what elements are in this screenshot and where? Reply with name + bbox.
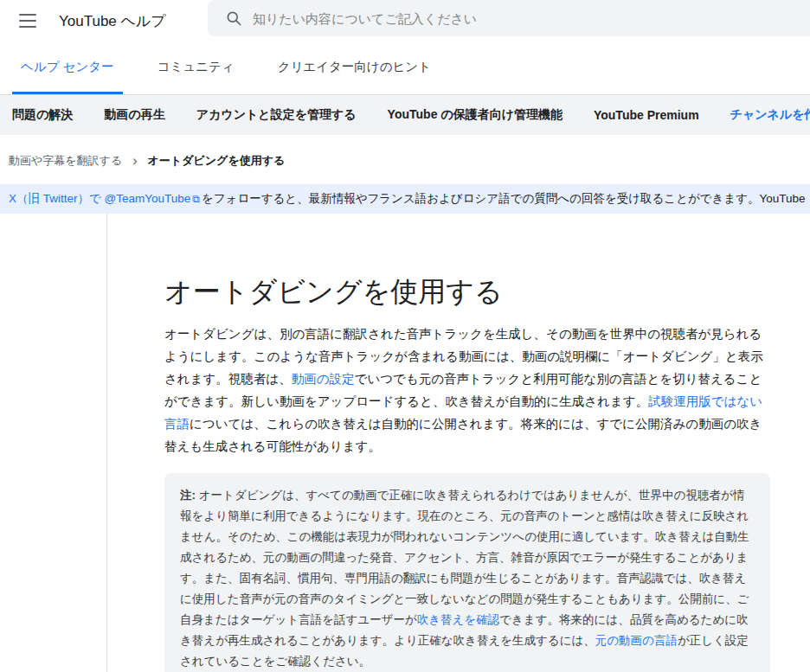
search-icon bbox=[225, 10, 242, 27]
chevron-right-icon: › bbox=[132, 154, 137, 168]
menu-icon[interactable] bbox=[19, 14, 36, 28]
page-title: オートダビングを使用する bbox=[164, 274, 770, 309]
main-content: オートダビングを使用する オートダビングは、別の言語に翻訳された音声トラックを生… bbox=[106, 214, 810, 672]
note-box: 注: オートダビングは、すべての動画で正確に吹き替えられるわけではありませんが、… bbox=[164, 473, 770, 672]
breadcrumb-current: オートダビングを使用する bbox=[148, 153, 286, 169]
inline-link[interactable]: X（旧 Twitter）で @TeamYouTube bbox=[9, 191, 190, 207]
inline-link[interactable]: 元の動画の言語 bbox=[595, 634, 678, 647]
text-segment: については、これらの吹き替えは自動的に公開されます。将来的には、すでに公開済みの… bbox=[164, 417, 762, 453]
nav-item-troubleshoot[interactable]: 問題の解決 bbox=[12, 107, 73, 123]
text-segment: をフォローすると、最新情報やフランス語およびロシア語での質問への回答を受け取るこ… bbox=[202, 191, 806, 207]
youtube-help-page: { "colors": { "accent": "#1a73e8", "bann… bbox=[0, 0, 810, 672]
primary-tabs: ヘルプ センター コミュニティ クリエイター向けのヒント bbox=[0, 42, 810, 95]
inline-link[interactable]: 動画の設定 bbox=[292, 372, 355, 386]
nav-item-create-channel[interactable]: チャンネルを作成する bbox=[730, 107, 810, 123]
text-segment: 注: bbox=[180, 489, 196, 502]
tab-creator-tips[interactable]: クリエイター向けのヒント bbox=[269, 42, 440, 94]
nav-item-account-settings[interactable]: アカウントと設定を管理する bbox=[196, 107, 357, 123]
help-article: オートダビングを使用する オートダビングは、別の言語に翻訳された音声トラックを生… bbox=[164, 274, 770, 672]
inline-link[interactable]: 吹き替えを確認 bbox=[417, 613, 499, 626]
nav-item-playback[interactable]: 動画の再生 bbox=[104, 107, 164, 123]
breadcrumb: 動画や字幕を翻訳する › オートダビングを使用する bbox=[0, 135, 810, 184]
app-title[interactable]: YouTube ヘルプ bbox=[59, 11, 166, 31]
search-bar[interactable] bbox=[208, 0, 810, 36]
tab-help-center[interactable]: ヘルプ センター bbox=[12, 42, 123, 94]
search-input[interactable] bbox=[253, 11, 798, 26]
text-segment: オートダビングは、すべての動画で正確に吹き替えられるわけではありませんが、世界中… bbox=[180, 489, 749, 626]
tab-community[interactable]: コミュニティ bbox=[149, 42, 243, 94]
category-nav: 問題の解決 動画の再生 アカウントと設定を管理する YouTube の保護者向け… bbox=[0, 95, 810, 135]
notice-banner: X（旧 Twitter）で @TeamYouTube⧉ をフォローすると、最新情… bbox=[0, 184, 810, 214]
breadcrumb-parent-link[interactable]: 動画や字幕を翻訳する bbox=[9, 153, 122, 169]
nav-item-premium[interactable]: YouTube Premium bbox=[594, 108, 699, 122]
external-link-icon[interactable]: ⧉ bbox=[192, 193, 200, 205]
nav-item-parental-controls[interactable]: YouTube の保護者向け管理機能 bbox=[388, 107, 562, 123]
article-intro: オートダビングは、別の言語に翻訳された音声トラックを生成し、その動画を世界中の視… bbox=[164, 323, 770, 458]
top-bar: YouTube ヘルプ bbox=[0, 0, 810, 42]
